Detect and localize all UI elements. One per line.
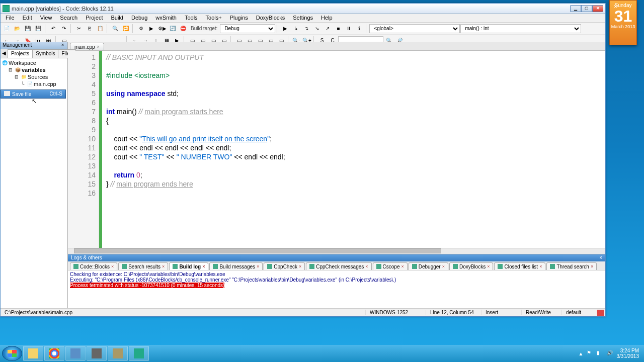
log-tab-build-log[interactable]: Build log× xyxy=(169,262,208,270)
menu-build[interactable]: Build xyxy=(107,14,127,22)
function-select[interactable]: main() : int xyxy=(460,24,581,33)
debug-step-out-icon[interactable]: ↗ xyxy=(323,24,333,34)
menu-wxsmith[interactable]: wxSmith xyxy=(151,14,181,22)
tray-flag-icon[interactable]: ⚑ xyxy=(587,350,594,357)
undo-icon[interactable]: ↶ xyxy=(48,24,58,34)
tab-projects[interactable]: Projects xyxy=(8,49,33,58)
task-app-1[interactable] xyxy=(65,346,86,361)
menu-settings[interactable]: Settings xyxy=(289,14,317,22)
start-button[interactable] xyxy=(2,346,22,361)
menu-debug[interactable]: Debug xyxy=(127,14,151,22)
log-tab-search-results[interactable]: Search results× xyxy=(118,262,168,270)
status-resize-grip[interactable] xyxy=(597,310,604,316)
close-button[interactable]: ✕ xyxy=(592,5,603,12)
build-target-select[interactable]: Debug xyxy=(220,24,275,33)
menu-search[interactable]: Search xyxy=(56,14,82,22)
debug-step-into-icon[interactable]: ↘ xyxy=(312,24,322,34)
main-split: Management × ◀ Projects Symbols Files ▶ … xyxy=(1,42,605,309)
maximize-button[interactable]: ▢ xyxy=(581,5,592,12)
tree-file[interactable]: └📄main.cpp xyxy=(2,80,66,87)
task-chrome[interactable] xyxy=(44,346,64,361)
redo-icon[interactable]: ↷ xyxy=(59,24,69,34)
codeblocks-window: main.cpp [variables] - Code::Blocks 12.1… xyxy=(0,3,606,317)
log-panel: Logs & others × Code::Blocks×Search resu… xyxy=(68,254,605,309)
tree-project[interactable]: ⊟📦variables xyxy=(2,66,66,73)
log-tab-cscope[interactable]: Cscope× xyxy=(373,262,408,270)
cut-icon[interactable]: ✂ xyxy=(74,24,84,34)
save-icon[interactable]: 💾 xyxy=(23,24,33,34)
replace-icon[interactable]: 🔁 xyxy=(121,24,131,34)
status-encoding: WINDOWS-1252 xyxy=(366,310,426,315)
debug-info-icon[interactable]: ℹ xyxy=(354,24,364,34)
menu-tools[interactable]: Tools xyxy=(181,14,202,22)
new-file-icon[interactable]: 📄 xyxy=(2,24,12,34)
code-editor[interactable]: // BASIC INPUT AND OUTPUT#include <iostr… xyxy=(102,51,605,248)
close-icon[interactable]: × xyxy=(614,3,621,10)
log-tab-cppcheck-messages[interactable]: CppCheck messages× xyxy=(306,262,371,270)
task-codeblocks[interactable] xyxy=(129,346,149,361)
debug-run-icon[interactable]: ▶ xyxy=(280,24,290,34)
menu-doxyblocks[interactable]: DoxyBlocks xyxy=(252,14,289,22)
line-number-gutter: 12345678910111213141516 xyxy=(68,51,99,248)
editor-hscrollbar[interactable] xyxy=(68,248,605,254)
build-icon[interactable]: ⚙ xyxy=(136,24,146,34)
log-tab-cppcheck[interactable]: CppCheck× xyxy=(264,262,305,270)
minimize-button[interactable]: ▁ xyxy=(570,5,581,12)
task-app-2[interactable] xyxy=(87,346,107,361)
windows-logo-icon xyxy=(8,350,17,357)
tray-clock[interactable]: 3:24 PM 3/31/2013 xyxy=(617,348,639,359)
save-all-icon[interactable]: 💾 xyxy=(33,24,43,34)
tray-volume-icon[interactable]: 🔊 xyxy=(607,350,614,357)
menu-view[interactable]: View xyxy=(36,14,56,22)
log-tab-debugger[interactable]: Debugger× xyxy=(409,262,448,270)
log-tab-thread-search[interactable]: Thread search× xyxy=(546,262,597,270)
editor-tabs: main.cpp× xyxy=(68,42,605,51)
windows-taskbar: ▲ ⚑ ▮ 🔊 3:24 PM 3/31/2013 xyxy=(0,345,644,362)
paste-icon[interactable]: 📋 xyxy=(95,24,105,34)
log-output[interactable]: Checking for existence: C:\Projects\vari… xyxy=(68,270,605,309)
rebuild-icon[interactable]: 🔄 xyxy=(168,24,178,34)
task-explorer[interactable] xyxy=(23,346,43,361)
tree-folder[interactable]: ⊟📁Sources xyxy=(2,73,66,80)
menu-edit[interactable]: Edit xyxy=(19,14,36,22)
status-path: C:\Projects\variables\main.cpp xyxy=(1,310,366,315)
log-tab-doxyblocks[interactable]: DoxyBlocks× xyxy=(449,262,494,270)
debug-step-icon[interactable]: ↴ xyxy=(301,24,311,34)
menu-plugins[interactable]: Plugins xyxy=(226,14,252,22)
editor-tab-close-icon[interactable]: × xyxy=(97,44,100,49)
context-save-file[interactable]: Save file Ctrl-S xyxy=(1,90,65,98)
log-tab-build-messages[interactable]: Build messages× xyxy=(209,262,263,270)
build-run-icon[interactable]: ⚙▶ xyxy=(157,24,167,34)
management-close-icon[interactable]: × xyxy=(60,42,65,48)
tab-scroll-left-icon[interactable]: ◀ xyxy=(1,49,8,58)
menu-file[interactable]: File xyxy=(2,14,19,22)
project-tree: 🌐Workspace ⊟📦variables ⊟📁Sources └📄main.… xyxy=(1,58,67,309)
tray-network-icon[interactable]: ▮ xyxy=(597,350,604,357)
log-tab-closed-files-list[interactable]: Closed files list× xyxy=(494,262,545,270)
scope-select[interactable]: <global> xyxy=(369,24,460,33)
log-close-icon[interactable]: × xyxy=(599,255,602,261)
copy-icon[interactable]: ⎘ xyxy=(85,24,95,34)
task-app-3[interactable] xyxy=(108,346,128,361)
menu-project[interactable]: Project xyxy=(82,14,107,22)
status-position: Line 12, Column 54 xyxy=(426,310,481,315)
menu-help[interactable]: Help xyxy=(317,14,337,22)
tab-symbols[interactable]: Symbols xyxy=(32,49,58,58)
debug-break-icon[interactable]: ⏸ xyxy=(344,24,354,34)
run-icon[interactable]: ▶ xyxy=(146,24,156,34)
open-icon[interactable]: 📂 xyxy=(12,24,22,34)
tree-workspace[interactable]: 🌐Workspace xyxy=(2,59,66,66)
tray-up-icon[interactable]: ▲ xyxy=(579,351,584,356)
log-tab-code-blocks[interactable]: Code::Blocks× xyxy=(70,262,117,270)
build-target-label: Build target: xyxy=(191,26,217,31)
titlebar[interactable]: main.cpp [variables] - Code::Blocks 12.1… xyxy=(1,4,605,14)
debug-continue-icon[interactable]: ↳ xyxy=(291,24,301,34)
menu-tools[interactable]: Tools+ xyxy=(202,14,226,22)
menubar: FileEditViewSearchProjectBuildDebugwxSmi… xyxy=(1,14,605,23)
debug-stop-icon[interactable]: ■ xyxy=(333,24,343,34)
management-header: Management × xyxy=(1,42,67,49)
code-area: 12345678910111213141516 // BASIC INPUT A… xyxy=(68,51,605,248)
stop-icon[interactable]: ⛔ xyxy=(178,24,188,34)
status-eol: default xyxy=(562,310,597,315)
find-icon[interactable]: 🔍 xyxy=(110,24,120,34)
